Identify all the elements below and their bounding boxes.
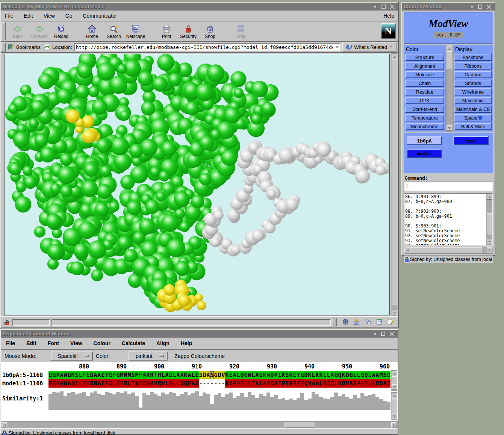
residue-cell[interactable]: S	[75, 371, 79, 379]
residue-cell[interactable]: L	[79, 379, 82, 388]
residue-cell[interactable]: A	[176, 371, 180, 379]
residue-cell[interactable]: K	[319, 371, 323, 379]
residue-cell[interactable]: D	[139, 379, 142, 388]
residue-cell[interactable]: V	[154, 379, 157, 388]
residue-cell[interactable]: G	[259, 371, 263, 379]
residue-cell[interactable]: G	[116, 379, 120, 388]
residue-cell[interactable]: D	[342, 379, 345, 388]
similarity-vscrollbar[interactable]	[391, 392, 397, 420]
residue-cell[interactable]: G	[244, 371, 248, 379]
molecule-viewport[interactable]	[4, 54, 390, 315]
residue-cell[interactable]: E	[101, 371, 105, 379]
residue-cell[interactable]: L	[368, 379, 372, 388]
residue-cell[interactable]: V	[221, 371, 225, 379]
color-chain-button[interactable]: Chain	[405, 80, 444, 87]
residue-cell[interactable]: L	[319, 379, 323, 388]
residue-cell[interactable]: Q	[184, 379, 188, 388]
residue-cell[interactable]: K	[225, 371, 229, 379]
minimize-icon[interactable]	[374, 333, 376, 335]
residue-cell[interactable]: A	[206, 371, 210, 379]
residue-cell[interactable]: S	[285, 371, 289, 379]
close-icon[interactable]	[486, 4, 492, 9]
maximize-icon[interactable]	[381, 332, 385, 336]
residue-cell[interactable]: N	[71, 371, 75, 379]
residue-cell[interactable]: L	[173, 371, 176, 379]
residue-cell[interactable]: E	[86, 379, 90, 388]
residue-cell[interactable]: A	[188, 371, 191, 379]
residue-cell[interactable]: S	[383, 371, 387, 379]
residue-cell[interactable]: L	[259, 379, 263, 388]
residue-cell[interactable]: A	[375, 371, 379, 379]
residue-cell[interactable]: E	[240, 379, 244, 388]
residue-cell[interactable]: P	[56, 371, 60, 379]
color-cpk-button[interactable]: CPK	[405, 97, 444, 104]
composer-icon[interactable]	[387, 318, 394, 327]
netscape-button[interactable]: MyNetscape	[125, 21, 147, 41]
inbox-icon[interactable]	[353, 318, 360, 327]
residue-cell[interactable]: G	[109, 371, 112, 379]
residue-cell[interactable]: E	[364, 379, 368, 388]
mouse-mode-dropdown[interactable]: Spacefill	[51, 352, 93, 361]
color-molecule-button[interactable]: Molecule	[405, 71, 444, 78]
residue-cell[interactable]: A	[236, 379, 240, 388]
color-monochrome-button[interactable]: Monochrome	[405, 123, 444, 130]
menu-help[interactable]: Help	[383, 13, 394, 19]
residue-cell[interactable]: P	[233, 379, 236, 388]
residue-cell[interactable]: I	[368, 371, 372, 379]
locbar-grip[interactable]	[2, 42, 6, 52]
residue-cell[interactable]: P	[274, 371, 278, 379]
residue-cell[interactable]: Q	[240, 371, 244, 379]
residue-cell[interactable]: Q	[304, 379, 308, 388]
residue-cell[interactable]: E	[195, 371, 199, 379]
residue-cell[interactable]: D	[345, 371, 349, 379]
residue-cell[interactable]: L	[112, 379, 116, 388]
menu-edit[interactable]: Edit	[26, 340, 36, 346]
residue-cell[interactable]: D	[90, 371, 94, 379]
residue-cell[interactable]: F	[188, 379, 191, 388]
residue-cell[interactable]: L	[191, 371, 195, 379]
menu-edit[interactable]: Edit	[24, 13, 33, 19]
residue-cell[interactable]: R	[48, 379, 52, 388]
security-button[interactable]: Security	[177, 21, 199, 41]
residue-cell[interactable]: A	[357, 379, 360, 388]
residue-cell[interactable]: L	[165, 379, 169, 388]
shop-button[interactable]: @Shop	[199, 21, 221, 41]
menu-file[interactable]: File	[5, 13, 14, 19]
residue-cell[interactable]: K	[308, 371, 312, 379]
residue-cell[interactable]: K	[315, 371, 319, 379]
residue-cell[interactable]: -	[203, 379, 206, 388]
residue-cell[interactable]: E	[293, 371, 297, 379]
sequence-cells-1[interactable]: QGPAWGNSLFEDAAEYGFGMNMSMFARRTHLADLAAKALE…	[48, 371, 390, 379]
residue-cell[interactable]: G	[67, 371, 71, 379]
residue-cell[interactable]: E	[300, 379, 304, 388]
netscape-logo[interactable]: N	[381, 23, 396, 39]
residue-cell[interactable]: A	[255, 371, 259, 379]
residue-cell[interactable]: W	[64, 379, 67, 388]
residue-cell[interactable]: Q	[364, 371, 368, 379]
residue-cell[interactable]: Q	[48, 371, 52, 379]
menu-align[interactable]: Align	[156, 340, 170, 346]
residue-cell[interactable]: K	[282, 371, 285, 379]
residue-cell[interactable]: G	[214, 371, 218, 379]
addressbook-icon[interactable]	[375, 318, 383, 327]
residue-cell[interactable]: F	[112, 371, 116, 379]
display-strands-button[interactable]: Strands	[454, 80, 492, 87]
menu-calculate[interactable]: Calculate	[122, 340, 145, 346]
residue-cell[interactable]: H	[157, 371, 161, 379]
columns-scrollbar[interactable]	[446, 45, 453, 132]
color-structure-button[interactable]: Structure	[405, 54, 444, 61]
scroll-right-icon[interactable]	[487, 247, 492, 253]
alignment-titlebar[interactable]: Sequence Alignment Window	[1, 330, 398, 338]
residue-cell[interactable]: F	[120, 379, 124, 388]
residue-cell[interactable]: D	[90, 379, 94, 388]
color-start-to-end-button[interactable]: Start-to-end	[405, 106, 444, 113]
residue-cell[interactable]: F	[139, 371, 142, 379]
residue-cell[interactable]: A	[97, 379, 101, 388]
residue-cell[interactable]: E	[229, 371, 233, 379]
toolbar-grip[interactable]	[2, 22, 6, 40]
residue-cell[interactable]: A	[349, 379, 353, 388]
url-dropdown-icon[interactable]	[334, 44, 340, 50]
component-bar-grip[interactable]	[333, 318, 337, 326]
residue-cell[interactable]: A	[165, 371, 169, 379]
residue-cell[interactable]: A	[67, 379, 71, 388]
